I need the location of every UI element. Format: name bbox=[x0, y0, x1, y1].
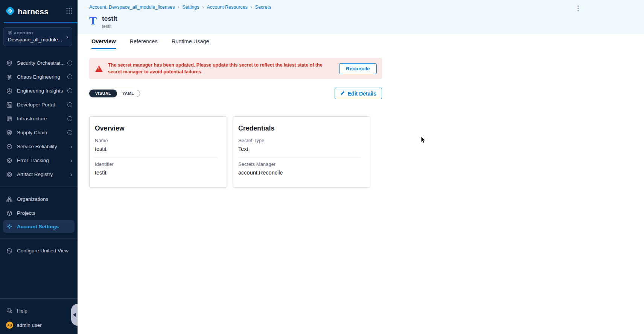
secret-text-type-icon: T bbox=[89, 15, 97, 26]
sidebar-item-configure-unified-view[interactable]: Configure Unified View bbox=[0, 244, 78, 258]
sidebar-divider bbox=[0, 238, 78, 238]
sidebar-collapse-handle[interactable] bbox=[71, 304, 78, 326]
info-icon[interactable]: i bbox=[67, 74, 72, 79]
sidebar-nav: Security Orchestrat... i Chaos Engineeri… bbox=[0, 56, 78, 181]
sidebar-item-label: Error Tracking bbox=[17, 158, 70, 163]
warning-message: The secret manager has been updated. Ple… bbox=[108, 62, 334, 75]
sidebar-item-label: Infrastructure bbox=[17, 116, 67, 121]
developer-portal-icon bbox=[6, 102, 12, 108]
sidebar-header: harness bbox=[0, 0, 78, 22]
account-name: Devspace_all_module... bbox=[8, 37, 64, 43]
toggle-yaml[interactable]: YAML bbox=[117, 90, 140, 97]
edit-details-button[interactable]: Edit Details bbox=[335, 88, 382, 99]
sidebar-item-artifact-registry[interactable]: Artifact Registry › bbox=[0, 167, 78, 181]
sidebar-item-label: Artifact Registry bbox=[17, 172, 70, 177]
reconcile-button[interactable]: Reconcile bbox=[339, 63, 377, 74]
sidebar-item-label: Security Orchestrat... bbox=[17, 60, 67, 66]
sidebar-item-help[interactable]: Help bbox=[0, 304, 78, 318]
info-icon[interactable]: i bbox=[67, 102, 72, 107]
field-value-identifier: testit bbox=[95, 170, 218, 176]
account-scope-icon bbox=[8, 30, 12, 35]
warning-banner: The secret manager has been updated. Ple… bbox=[89, 58, 382, 79]
engineering-insights-icon bbox=[6, 88, 12, 94]
sidebar-item-chaos-engineering[interactable]: Chaos Engineering i bbox=[0, 70, 78, 84]
sidebar-item-label: Help bbox=[17, 308, 72, 314]
info-icon[interactable]: i bbox=[67, 88, 72, 93]
sidebar-item-account-settings[interactable]: Account Settings bbox=[3, 220, 75, 233]
sidebar-item-infrastructure[interactable]: Infrastructure i bbox=[0, 112, 78, 126]
warning-icon bbox=[95, 65, 103, 72]
chevron-left-icon bbox=[73, 313, 76, 317]
sidebar-item-engineering-insights[interactable]: Engineering Insights i bbox=[0, 84, 78, 98]
sidebar-divider bbox=[0, 298, 78, 299]
pencil-icon bbox=[340, 91, 345, 97]
breadcrumb-separator: › bbox=[202, 5, 204, 10]
breadcrumb-separator: › bbox=[178, 5, 179, 10]
sidebar-divider bbox=[0, 187, 78, 187]
sidebar-item-label: Supply Chain bbox=[17, 130, 67, 135]
page-title-block: T testit testit bbox=[89, 15, 636, 29]
sidebar-item-label: Developer Portal bbox=[17, 102, 67, 108]
overview-card: Overview Name testit Identifier testit bbox=[89, 116, 227, 188]
toggle-visual[interactable]: VISUAL bbox=[89, 90, 117, 97]
sidebar-footer: Help AU admin user bbox=[0, 293, 78, 334]
avatar: AU bbox=[6, 322, 13, 329]
sidebar-item-error-tracking[interactable]: Error Tracking › bbox=[0, 153, 78, 167]
tab-content: The secret manager has been updated. Ple… bbox=[78, 49, 644, 334]
breadcrumb-secrets-link[interactable]: Secrets bbox=[255, 5, 271, 10]
sidebar-item-label: Chaos Engineering bbox=[17, 74, 67, 80]
breadcrumb-account-link[interactable]: Account: Devspace_all_module_licenses bbox=[89, 5, 175, 10]
sidebar-item-label: Service Reliability bbox=[17, 144, 70, 149]
sidebar-item-projects[interactable]: Projects bbox=[0, 206, 78, 220]
breadcrumb-settings-link[interactable]: Settings bbox=[182, 5, 199, 10]
overview-card-title: Overview bbox=[95, 124, 218, 132]
artifact-registry-icon bbox=[6, 171, 12, 178]
field-value-secrets-manager: account.Reconcile bbox=[238, 170, 361, 176]
toolbar: VISUAL YAML Edit Details bbox=[89, 88, 382, 99]
app-window: harness ACCOUNT Devspace_all_module... › bbox=[0, 0, 644, 334]
credentials-card: Credentials Secret Type Text Secrets Man… bbox=[233, 116, 370, 188]
harness-logo[interactable]: harness bbox=[5, 6, 49, 17]
account-selector[interactable]: ACCOUNT Devspace_all_module... › bbox=[3, 27, 72, 46]
module-grid-icon[interactable] bbox=[66, 8, 72, 15]
sidebar-item-label: Projects bbox=[17, 210, 72, 216]
field-label-secrets-manager: Secrets Manager bbox=[238, 161, 361, 167]
page-header: Account: Devspace_all_module_licenses › … bbox=[78, 0, 644, 34]
kebab-menu-icon[interactable]: ••• bbox=[575, 5, 581, 12]
supply-chain-icon bbox=[6, 129, 12, 136]
page-title: testit bbox=[102, 15, 117, 23]
organizations-icon bbox=[6, 196, 12, 202]
field-value-secret-type: Text bbox=[238, 146, 361, 152]
field-label-identifier: Identifier bbox=[95, 161, 218, 167]
breadcrumb-separator: › bbox=[251, 5, 252, 10]
tab-references[interactable]: References bbox=[130, 38, 158, 49]
info-icon[interactable]: i bbox=[67, 116, 72, 121]
projects-icon bbox=[6, 210, 12, 216]
sidebar-item-label: Engineering Insights bbox=[17, 88, 67, 94]
edit-details-label: Edit Details bbox=[348, 91, 376, 97]
sidebar-item-security-orchestration[interactable]: Security Orchestrat... i bbox=[0, 56, 78, 70]
breadcrumb: Account: Devspace_all_module_licenses › … bbox=[89, 5, 636, 10]
sidebar-accent-rule bbox=[4, 22, 78, 23]
credentials-card-title: Credentials bbox=[238, 124, 361, 132]
help-chat-icon bbox=[6, 308, 12, 314]
sidebar-item-developer-portal[interactable]: Developer Portal i bbox=[0, 98, 78, 112]
sidebar-item-organizations[interactable]: Organizations bbox=[0, 192, 78, 206]
breadcrumb-account-resources-link[interactable]: Account Resources bbox=[207, 5, 247, 10]
error-tracking-icon bbox=[6, 157, 12, 164]
field-label-name: Name bbox=[95, 138, 218, 143]
page-subtitle: testit bbox=[102, 24, 117, 29]
sidebar-item-label: Organizations bbox=[17, 196, 72, 202]
account-label: ACCOUNT bbox=[14, 31, 34, 35]
info-icon[interactable]: i bbox=[67, 130, 72, 135]
tab-runtime-usage[interactable]: Runtime Usage bbox=[172, 38, 209, 49]
info-icon[interactable]: i bbox=[67, 61, 72, 65]
user-menu[interactable]: AU admin user bbox=[0, 318, 78, 334]
chevron-right-icon: › bbox=[64, 33, 68, 40]
sidebar-item-service-reliability[interactable]: Service Reliability › bbox=[0, 140, 78, 153]
field-divider bbox=[238, 158, 361, 158]
visual-yaml-toggle: VISUAL YAML bbox=[89, 90, 140, 97]
sidebar-item-label: Account Settings bbox=[17, 224, 72, 229]
sidebar-item-supply-chain[interactable]: Supply Chain i bbox=[0, 126, 78, 140]
tab-overview[interactable]: Overview bbox=[91, 38, 116, 49]
